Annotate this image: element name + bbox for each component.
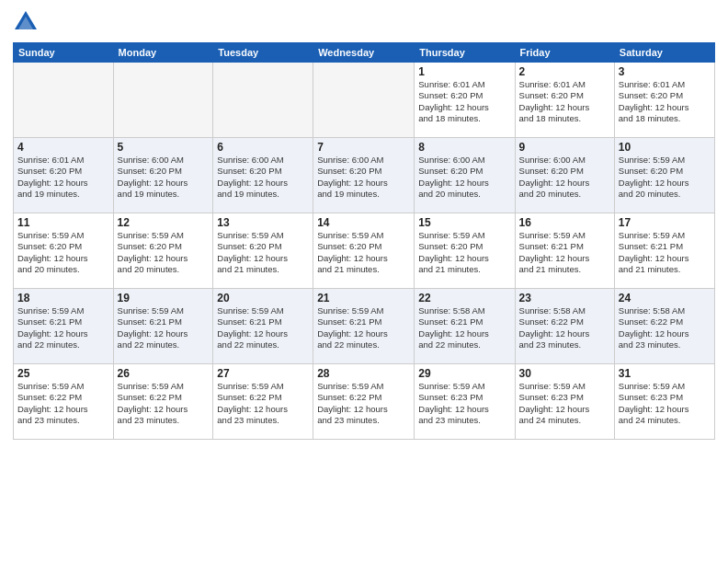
weekday-header-friday: Friday <box>515 43 614 63</box>
calendar-cell: 9Sunrise: 6:00 AM Sunset: 6:20 PM Daylig… <box>515 138 614 213</box>
day-number: 20 <box>217 292 309 304</box>
day-number: 22 <box>418 292 510 304</box>
week-row-2: 4Sunrise: 6:01 AM Sunset: 6:20 PM Daylig… <box>14 138 715 213</box>
calendar-cell: 11Sunrise: 5:59 AM Sunset: 6:20 PM Dayli… <box>14 213 114 289</box>
day-info: Sunrise: 6:00 AM Sunset: 6:20 PM Dayligh… <box>418 155 510 200</box>
day-number: 31 <box>619 367 711 380</box>
calendar-cell: 18Sunrise: 5:59 AM Sunset: 6:21 PM Dayli… <box>14 289 114 364</box>
calendar-cell: 7Sunrise: 6:00 AM Sunset: 6:20 PM Daylig… <box>313 138 415 213</box>
day-number: 3 <box>619 65 711 78</box>
calendar-cell: 12Sunrise: 5:59 AM Sunset: 6:20 PM Dayli… <box>113 213 213 289</box>
day-number: 18 <box>17 292 109 304</box>
calendar-cell: 3Sunrise: 6:01 AM Sunset: 6:20 PM Daylig… <box>614 63 714 138</box>
calendar-cell: 27Sunrise: 5:59 AM Sunset: 6:22 PM Dayli… <box>213 364 313 440</box>
week-row-1: 1Sunrise: 6:01 AM Sunset: 6:20 PM Daylig… <box>14 63 715 138</box>
day-number: 16 <box>519 216 610 229</box>
calendar-cell: 29Sunrise: 5:59 AM Sunset: 6:23 PM Dayli… <box>415 364 515 440</box>
calendar-cell: 6Sunrise: 6:00 AM Sunset: 6:20 PM Daylig… <box>213 138 313 213</box>
day-info: Sunrise: 5:59 AM Sunset: 6:22 PM Dayligh… <box>217 381 309 426</box>
day-info: Sunrise: 6:00 AM Sunset: 6:20 PM Dayligh… <box>519 155 610 200</box>
day-number: 26 <box>118 367 210 380</box>
day-info: Sunrise: 5:59 AM Sunset: 6:23 PM Dayligh… <box>519 381 610 426</box>
calendar-cell: 2Sunrise: 6:01 AM Sunset: 6:20 PM Daylig… <box>515 63 614 138</box>
day-info: Sunrise: 5:59 AM Sunset: 6:21 PM Dayligh… <box>217 305 309 350</box>
calendar-cell <box>113 63 213 138</box>
day-info: Sunrise: 5:59 AM Sunset: 6:20 PM Dayligh… <box>17 230 109 275</box>
day-info: Sunrise: 6:01 AM Sunset: 6:20 PM Dayligh… <box>418 79 510 124</box>
day-number: 29 <box>418 367 510 380</box>
day-info: Sunrise: 5:58 AM Sunset: 6:22 PM Dayligh… <box>519 305 610 350</box>
day-info: Sunrise: 5:58 AM Sunset: 6:21 PM Dayligh… <box>418 305 510 350</box>
day-info: Sunrise: 5:59 AM Sunset: 6:22 PM Dayligh… <box>317 381 410 426</box>
calendar-cell: 22Sunrise: 5:58 AM Sunset: 6:21 PM Dayli… <box>415 289 515 364</box>
calendar-cell: 26Sunrise: 5:59 AM Sunset: 6:22 PM Dayli… <box>113 364 213 440</box>
calendar-cell: 28Sunrise: 5:59 AM Sunset: 6:22 PM Dayli… <box>313 364 415 440</box>
day-info: Sunrise: 5:59 AM Sunset: 6:21 PM Dayligh… <box>118 305 210 350</box>
calendar-cell: 10Sunrise: 5:59 AM Sunset: 6:20 PM Dayli… <box>614 138 714 213</box>
week-row-3: 11Sunrise: 5:59 AM Sunset: 6:20 PM Dayli… <box>14 213 715 289</box>
day-info: Sunrise: 6:00 AM Sunset: 6:20 PM Dayligh… <box>317 155 410 200</box>
weekday-header-thursday: Thursday <box>415 43 515 63</box>
day-info: Sunrise: 5:59 AM Sunset: 6:20 PM Dayligh… <box>619 155 711 200</box>
day-number: 23 <box>519 292 610 304</box>
calendar-cell: 20Sunrise: 5:59 AM Sunset: 6:21 PM Dayli… <box>213 289 313 364</box>
calendar-cell: 1Sunrise: 6:01 AM Sunset: 6:20 PM Daylig… <box>415 63 515 138</box>
calendar-cell: 25Sunrise: 5:59 AM Sunset: 6:22 PM Dayli… <box>14 364 114 440</box>
week-row-5: 25Sunrise: 5:59 AM Sunset: 6:22 PM Dayli… <box>14 364 715 440</box>
calendar-cell: 5Sunrise: 6:00 AM Sunset: 6:20 PM Daylig… <box>113 138 213 213</box>
calendar-cell: 30Sunrise: 5:59 AM Sunset: 6:23 PM Dayli… <box>515 364 614 440</box>
weekday-header-saturday: Saturday <box>614 43 714 63</box>
day-info: Sunrise: 6:01 AM Sunset: 6:20 PM Dayligh… <box>519 79 610 124</box>
day-number: 25 <box>17 367 109 380</box>
day-info: Sunrise: 5:59 AM Sunset: 6:23 PM Dayligh… <box>418 381 510 426</box>
day-number: 2 <box>519 65 610 78</box>
day-number: 24 <box>619 292 711 304</box>
day-number: 4 <box>17 141 109 154</box>
day-number: 30 <box>519 367 610 380</box>
day-number: 17 <box>619 216 711 229</box>
day-number: 11 <box>17 216 109 229</box>
calendar-cell: 4Sunrise: 6:01 AM Sunset: 6:20 PM Daylig… <box>14 138 114 213</box>
day-info: Sunrise: 5:59 AM Sunset: 6:21 PM Dayligh… <box>519 230 610 275</box>
calendar-cell: 16Sunrise: 5:59 AM Sunset: 6:21 PM Dayli… <box>515 213 614 289</box>
calendar-cell: 8Sunrise: 6:00 AM Sunset: 6:20 PM Daylig… <box>415 138 515 213</box>
logo-icon <box>13 9 39 35</box>
calendar-cell: 21Sunrise: 5:59 AM Sunset: 6:21 PM Dayli… <box>313 289 415 364</box>
day-number: 9 <box>519 141 610 154</box>
day-info: Sunrise: 6:00 AM Sunset: 6:20 PM Dayligh… <box>118 155 210 200</box>
calendar-cell: 14Sunrise: 5:59 AM Sunset: 6:20 PM Dayli… <box>313 213 415 289</box>
day-info: Sunrise: 5:59 AM Sunset: 6:20 PM Dayligh… <box>317 230 410 275</box>
calendar-cell <box>14 63 114 138</box>
day-info: Sunrise: 6:01 AM Sunset: 6:20 PM Dayligh… <box>17 155 109 200</box>
week-row-4: 18Sunrise: 5:59 AM Sunset: 6:21 PM Dayli… <box>14 289 715 364</box>
calendar-cell: 13Sunrise: 5:59 AM Sunset: 6:20 PM Dayli… <box>213 213 313 289</box>
day-number: 10 <box>619 141 711 154</box>
day-info: Sunrise: 5:59 AM Sunset: 6:21 PM Dayligh… <box>17 305 109 350</box>
calendar-cell <box>313 63 415 138</box>
day-number: 7 <box>317 141 410 154</box>
calendar-cell <box>213 63 313 138</box>
day-info: Sunrise: 5:58 AM Sunset: 6:22 PM Dayligh… <box>619 305 711 350</box>
day-number: 5 <box>118 141 210 154</box>
day-number: 1 <box>418 65 510 78</box>
day-info: Sunrise: 5:59 AM Sunset: 6:23 PM Dayligh… <box>619 381 711 426</box>
day-number: 27 <box>217 367 309 380</box>
day-number: 13 <box>217 216 309 229</box>
logo <box>13 9 42 35</box>
day-number: 19 <box>118 292 210 304</box>
day-info: Sunrise: 5:59 AM Sunset: 6:22 PM Dayligh… <box>118 381 210 426</box>
calendar-cell: 31Sunrise: 5:59 AM Sunset: 6:23 PM Dayli… <box>614 364 714 440</box>
calendar: SundayMondayTuesdayWednesdayThursdayFrid… <box>13 42 715 440</box>
day-info: Sunrise: 5:59 AM Sunset: 6:22 PM Dayligh… <box>17 381 109 426</box>
day-number: 8 <box>418 141 510 154</box>
page-container: SundayMondayTuesdayWednesdayThursdayFrid… <box>0 0 728 563</box>
day-number: 21 <box>317 292 410 304</box>
weekday-header-tuesday: Tuesday <box>213 43 313 63</box>
calendar-cell: 23Sunrise: 5:58 AM Sunset: 6:22 PM Dayli… <box>515 289 614 364</box>
day-number: 14 <box>317 216 410 229</box>
weekday-header-row: SundayMondayTuesdayWednesdayThursdayFrid… <box>14 43 715 63</box>
day-number: 6 <box>217 141 309 154</box>
day-info: Sunrise: 5:59 AM Sunset: 6:20 PM Dayligh… <box>418 230 510 275</box>
calendar-cell: 24Sunrise: 5:58 AM Sunset: 6:22 PM Dayli… <box>614 289 714 364</box>
day-info: Sunrise: 5:59 AM Sunset: 6:21 PM Dayligh… <box>317 305 410 350</box>
